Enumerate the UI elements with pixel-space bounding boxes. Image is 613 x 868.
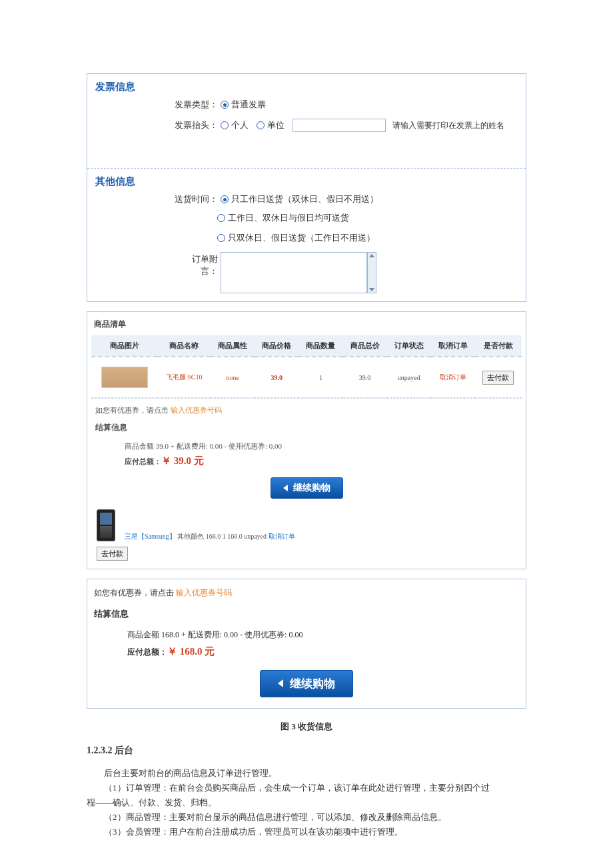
pay-amount-1: ￥ 39.0 元 xyxy=(161,455,204,466)
ship-opt3-label: 只双休日、假日送货（工作日不用送） xyxy=(228,232,375,244)
invoice-head-row: 发票抬头： 个人 单位 请输入需要打印在发票上的姓名 xyxy=(87,115,526,136)
product-total: 39.0 xyxy=(343,357,387,398)
para-2: （1）订单管理：在前台会员购买商品后，会生成一个订单，该订单在此处进行管理，主要… xyxy=(87,781,526,795)
head-company-label: 单位 xyxy=(267,119,285,131)
settle-body-1: 商品金额 39.0 + 配送费用: 0.00 - 使用优惠券: 0.00 应付总… xyxy=(91,436,522,473)
invoice-type-value: 普通发票 xyxy=(231,99,266,111)
invoice-other-panel: 发票信息 发票类型： 普通发票 发票抬头： 个人 单位 请输入需要打印在发票上的… xyxy=(87,73,526,302)
invoice-type-row: 发票类型： 普通发票 xyxy=(87,95,526,115)
settlement-panel-2: 如您有优惠券，请点击 输入优惠券号码 结算信息 商品金额 168.0 + 配送费… xyxy=(87,579,526,709)
invoice-head-label: 发票抬头： xyxy=(167,119,221,131)
radio-empty-icon xyxy=(217,234,225,242)
go-pay-button[interactable]: 去付款 xyxy=(482,371,514,385)
invoice-type-label: 发票类型： xyxy=(167,99,221,111)
phone-image xyxy=(97,509,115,541)
radio-empty-icon xyxy=(257,121,265,129)
para-4: （3）会员管理：用户在前台注册成功后，管理员可以在该功能项中进行管理。 xyxy=(87,825,526,839)
second-product-info: 三星【Samsung】 其他颜色 168.0 1 168.0 unpayed 取… xyxy=(125,532,295,541)
para-3: （2）商品管理：主要对前台显示的商品信息进行管理，可以添加、修改及删除商品信息。 xyxy=(87,810,526,825)
cart-header-row: 商品图片 商品名称 商品属性 商品价格 商品数量 商品总价 订单状态 取消订单 … xyxy=(91,335,522,357)
product-attr: none xyxy=(226,374,239,381)
invoice-type-normal-radio[interactable]: 普通发票 xyxy=(221,99,266,111)
order-notes-label: 订单附言： xyxy=(182,252,221,277)
pay-amount-2: ￥ 168.0 元 xyxy=(167,646,215,657)
scroll-up-icon xyxy=(369,254,374,257)
order-notes-row: 订单附言： xyxy=(87,248,526,301)
continue-label-1: 继续购物 xyxy=(293,482,330,494)
para-2b: 程——确认、付款、发货、归档。 xyxy=(87,795,526,810)
ship-time-label: 送货时间： xyxy=(167,193,221,205)
continue-shopping-button-2[interactable]: 继续购物 xyxy=(260,670,353,697)
coupon-prefix: 如您有优惠券，请点击 xyxy=(95,406,171,414)
product-brand[interactable]: 三星【Samsung】 xyxy=(125,533,176,540)
col-name: 商品名称 xyxy=(157,335,211,357)
ship-opt1-label: 只工作日送货（双休日、假日不用送） xyxy=(231,193,378,205)
radio-selected-icon xyxy=(221,195,229,203)
product-name[interactable]: 飞毛腿 SC10 xyxy=(166,373,203,381)
ship-opt2-radio[interactable]: 工作日、双休日与假日均可送货 xyxy=(217,208,526,228)
continue-label-2: 继续购物 xyxy=(290,676,335,691)
ship-opt3-radio[interactable]: 只双休日、假日送货（工作日不用送） xyxy=(217,228,526,248)
ship-opt2-label: 工作日、双休日与假日均可送货 xyxy=(228,212,349,224)
cart-title: 商品清单 xyxy=(91,316,522,333)
go-pay-button-2[interactable]: 去付款 xyxy=(97,547,128,561)
settle-body-2: 商品金额 168.0 + 配送费用: 0.00 - 使用优惠券: 0.00 应付… xyxy=(94,624,519,670)
order-notes-textarea[interactable] xyxy=(221,252,367,293)
coupon-prefix-2: 如您有优惠券，请点击 xyxy=(94,588,176,597)
settle-line-1: 商品金额 39.0 + 配送费用: 0.00 - 使用优惠券: 0.00 xyxy=(125,440,488,453)
cancel-order-link[interactable]: 取消订单 xyxy=(440,373,466,381)
scroll-down-icon xyxy=(369,288,374,291)
col-status: 订单状态 xyxy=(387,335,431,357)
invoice-head-company-radio[interactable]: 单位 xyxy=(257,119,285,131)
pay-total-2: 应付总额：￥ 168.0 元 xyxy=(127,643,486,661)
ship-time-row: 送货时间： 只工作日送货（双休日、假日不用送） xyxy=(87,189,526,209)
col-price: 商品价格 xyxy=(255,335,299,357)
other-title: 其他信息 xyxy=(87,169,526,189)
product-price: 39.0 xyxy=(271,374,283,381)
continue-wrap-1: 继续购物 xyxy=(91,473,522,505)
radio-selected-icon xyxy=(221,101,229,109)
invoice-name-input[interactable] xyxy=(293,119,386,132)
continue-shopping-button[interactable]: 继续购物 xyxy=(271,477,343,499)
col-total: 商品总价 xyxy=(343,335,387,357)
textarea-scrollbar[interactable] xyxy=(367,252,376,293)
settle-line-2: 商品金额 168.0 + 配送费用: 0.00 - 使用优惠券: 0.00 xyxy=(127,628,486,643)
cart-table: 商品图片 商品名称 商品属性 商品价格 商品数量 商品总价 订单状态 取消订单 … xyxy=(91,335,522,398)
col-img: 商品图片 xyxy=(91,335,157,357)
product-qty: 1 xyxy=(299,357,342,398)
invoice-title: 发票信息 xyxy=(87,74,526,95)
radio-empty-icon xyxy=(221,121,229,129)
pay-total-1: 应付总额：￥ 39.0 元 xyxy=(125,453,488,470)
coupon-line-2: 如您有优惠券，请点击 输入优惠券号码 xyxy=(94,585,519,601)
ship-opt1-radio[interactable]: 只工作日送货（双休日、假日不用送） xyxy=(221,193,378,205)
second-product-row: 三星【Samsung】 其他颜色 168.0 1 168.0 unpayed 取… xyxy=(91,505,522,544)
coupon-link-2[interactable]: 输入优惠券号码 xyxy=(176,588,232,597)
radio-empty-icon xyxy=(217,214,225,222)
para-1: 后台主要对前台的商品信息及订单进行管理。 xyxy=(87,766,526,781)
continue-wrap-2: 继续购物 xyxy=(94,670,519,700)
product-image xyxy=(101,367,148,388)
table-row: 飞毛腿 SC10 none 39.0 1 39.0 unpayed 取消订单 去… xyxy=(91,357,522,398)
invoice-hint: 请输入需要打印在发票上的姓名 xyxy=(392,120,504,131)
pay-label-1: 应付总额： xyxy=(125,457,161,465)
col-paid: 是否付款 xyxy=(475,335,522,357)
order-status: unpayed xyxy=(387,357,431,398)
col-attr: 商品属性 xyxy=(211,335,255,357)
coupon-link[interactable]: 输入优惠券号码 xyxy=(171,406,222,414)
cancel-order-link-2[interactable]: 取消订单 xyxy=(269,533,295,540)
coupon-line-1: 如您有优惠券，请点击 输入优惠券号码 xyxy=(91,398,522,419)
pay-label-2: 应付总额： xyxy=(127,647,167,657)
col-cancel: 取消订单 xyxy=(431,335,475,357)
settle-title-1: 结算信息 xyxy=(91,419,522,436)
head-personal-label: 个人 xyxy=(231,119,249,131)
col-qty: 商品数量 xyxy=(299,335,342,357)
body-text: 后台主要对前台的商品信息及订单进行管理。 （1）订单管理：在前台会员购买商品后，… xyxy=(87,766,526,839)
triangle-left-icon xyxy=(278,679,283,687)
cart-panel: 商品清单 商品图片 商品名称 商品属性 商品价格 商品数量 商品总价 订单状态 … xyxy=(87,311,526,569)
product-rest: 其他颜色 168.0 1 168.0 unpayed xyxy=(176,533,269,540)
ship-options: 工作日、双休日与假日均可送货 只双休日、假日送货（工作日不用送） xyxy=(87,208,526,248)
figure-caption: 图 3 收货信息 xyxy=(87,721,526,733)
triangle-left-icon xyxy=(283,485,288,491)
invoice-head-personal-radio[interactable]: 个人 xyxy=(221,119,249,131)
section-number: 1.2.3.2 后台 xyxy=(87,745,526,757)
